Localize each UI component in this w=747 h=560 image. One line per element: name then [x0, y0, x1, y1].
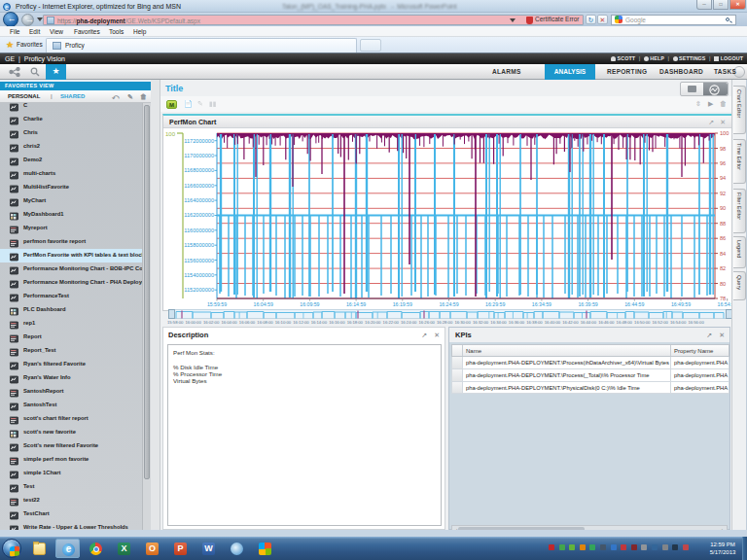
svg-text:15:59:59: 15:59:59 [207, 301, 227, 307]
svg-text:16:09:59: 16:09:59 [300, 301, 319, 307]
svg-text:86: 86 [720, 235, 726, 241]
svg-text:84: 84 [720, 251, 726, 257]
svg-text:16:04:59: 16:04:59 [254, 301, 273, 307]
svg-text:100: 100 [165, 131, 176, 137]
svg-text:16:19:59: 16:19:59 [393, 301, 412, 307]
svg-text:16:34:59: 16:34:59 [532, 301, 551, 307]
svg-text:80: 80 [720, 281, 726, 287]
svg-text:16:44:59: 16:44:59 [624, 301, 644, 307]
svg-text:16:29:59: 16:29:59 [485, 301, 505, 307]
svg-text:1164000000: 1164000000 [184, 197, 214, 203]
svg-text:16:14:59: 16:14:59 [346, 301, 366, 307]
svg-text:1166000000: 1166000000 [184, 183, 214, 189]
svg-text:1158000000: 1158000000 [184, 242, 214, 248]
svg-text:16:39:59: 16:39:59 [578, 301, 597, 307]
svg-text:1162000000: 1162000000 [184, 212, 214, 218]
svg-text:16:49:59: 16:49:59 [671, 301, 691, 307]
svg-text:82: 82 [720, 265, 726, 271]
svg-text:1170000000: 1170000000 [184, 153, 214, 158]
svg-text:16:24:59: 16:24:59 [439, 301, 458, 307]
svg-text:1156000000: 1156000000 [184, 258, 214, 263]
svg-text:1160000000: 1160000000 [184, 228, 214, 233]
svg-text:1168000000: 1168000000 [184, 167, 214, 173]
svg-text:90: 90 [720, 205, 726, 211]
svg-text:88: 88 [720, 221, 726, 227]
svg-text:94: 94 [720, 175, 726, 181]
svg-text:1152000000: 1152000000 [184, 287, 214, 293]
svg-text:1172000000: 1172000000 [184, 138, 214, 144]
svg-text:98: 98 [720, 146, 726, 152]
svg-text:100: 100 [720, 130, 729, 136]
svg-text:92: 92 [720, 191, 726, 196]
svg-text:1154000000: 1154000000 [184, 272, 214, 278]
svg-text:96: 96 [720, 160, 726, 166]
